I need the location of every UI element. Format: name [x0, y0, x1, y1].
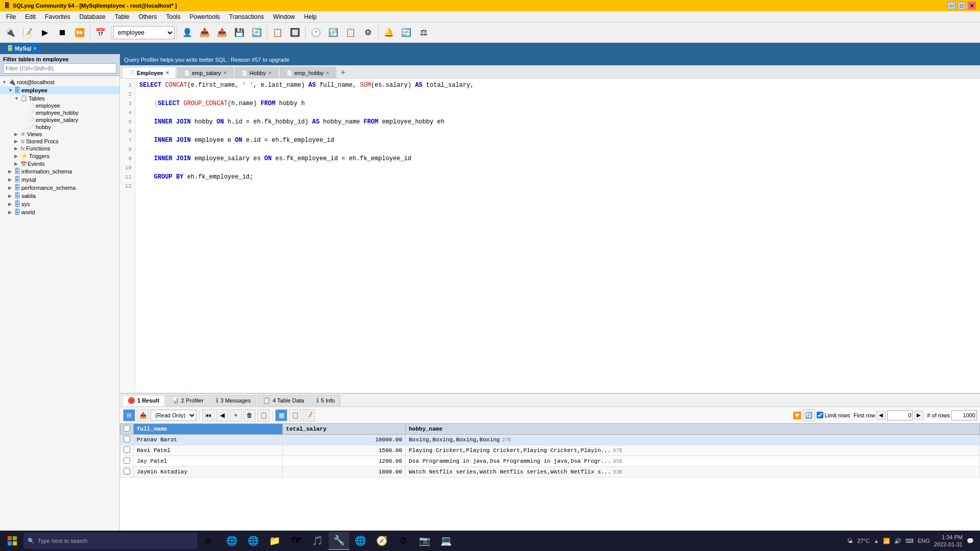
taskbar-settings[interactable]: ⚙: [393, 532, 413, 550]
execute-button[interactable]: ▶: [37, 24, 53, 41]
query-tab-hobby[interactable]: 📄 Hobby ✕: [235, 67, 279, 78]
import-button[interactable]: 📥: [197, 24, 213, 41]
history-button[interactable]: 🕐: [308, 24, 324, 41]
col-hobbyname[interactable]: hobby_name: [405, 424, 979, 435]
first-row-next[interactable]: ▶: [914, 411, 923, 420]
refresh-button[interactable]: 🔃: [325, 24, 341, 41]
new-connection-button[interactable]: 🔌: [2, 24, 18, 41]
form-btn[interactable]: 📋: [289, 409, 301, 421]
add-query-tab-button[interactable]: +: [337, 67, 349, 78]
maximize-button[interactable]: □: [958, 2, 966, 10]
refresh-result-btn[interactable]: 🔄: [803, 409, 815, 421]
schemacompare-button[interactable]: ⚖: [415, 24, 432, 41]
menu-help[interactable]: Help: [300, 12, 321, 21]
copy-database-button[interactable]: 📋: [342, 24, 359, 41]
text-btn[interactable]: 📝: [303, 409, 315, 421]
menu-edit[interactable]: Edit: [21, 12, 40, 21]
taskbar-nav[interactable]: 🧭: [372, 532, 392, 550]
row-checkbox-cell[interactable]: [120, 445, 134, 456]
taskbar-pc[interactable]: 💻: [436, 532, 456, 550]
tab-close-icon[interactable]: ✕: [165, 70, 169, 76]
execute-all-button[interactable]: ⏩: [71, 24, 88, 41]
tab-close-icon[interactable]: ✕: [268, 70, 272, 76]
result-tab-3[interactable]: ℹ 3 Messages: [210, 395, 256, 406]
first-row-input[interactable]: [887, 410, 913, 420]
menu-favorites[interactable]: Favorites: [41, 12, 74, 21]
row-checkbox-cell[interactable]: [120, 467, 134, 478]
limit-rows-checkbox[interactable]: Limit rows: [817, 412, 850, 418]
network-icon[interactable]: 📶: [883, 538, 890, 544]
tray-up-icon[interactable]: ▲: [874, 538, 879, 544]
row-checkbox[interactable]: [124, 457, 130, 464]
tree-node-perf-schema[interactable]: ▶ 🗄 performance_schema: [0, 184, 119, 192]
delete-row-btn[interactable]: 🗑: [243, 409, 256, 421]
mysql-tab[interactable]: 🗄 MySql ×: [2, 43, 42, 54]
tree-node-mysql-db[interactable]: ▶ 🗄 mysql: [0, 176, 119, 184]
powertools-button[interactable]: ⚙: [360, 24, 376, 41]
select-all-header[interactable]: [120, 424, 134, 435]
copy-row-btn[interactable]: 📋: [257, 409, 270, 421]
menu-database[interactable]: Database: [75, 12, 109, 21]
tree-node-root[interactable]: ▼ 🔌 root@localhost: [0, 78, 119, 86]
notification-button[interactable]: 🔔: [381, 24, 397, 41]
row-checkbox-cell[interactable]: [120, 456, 134, 467]
first-row-btn[interactable]: ⏮: [202, 409, 214, 421]
export-button[interactable]: 📤: [214, 24, 230, 41]
datasync-button[interactable]: 🔄: [398, 24, 414, 41]
export-csv-button[interactable]: 📤: [137, 409, 149, 421]
menu-transactions[interactable]: Transactions: [225, 12, 268, 21]
taskbar-photos[interactable]: 📷: [414, 532, 435, 550]
restore-button[interactable]: 🔄: [249, 24, 265, 41]
taskbar-explorer[interactable]: 📁: [264, 532, 285, 550]
grid-view-button[interactable]: ⊞: [123, 409, 135, 421]
tree-node-employee-table[interactable]: 📄 employee: [0, 102, 119, 109]
task-view-button[interactable]: ⊞: [198, 532, 218, 550]
mysql-tab-close[interactable]: ×: [33, 46, 36, 52]
result-table-container[interactable]: full_name total_salary hobby_name Pranav…: [120, 423, 980, 537]
menu-tools[interactable]: Tools: [162, 12, 184, 21]
tree-node-employee-db[interactable]: ▼ 🗄 employee: [0, 86, 119, 94]
result-tab-4[interactable]: 📋 4 Table Data: [257, 395, 310, 406]
sql-editor-content[interactable]: SELECT CONCAT(e.first_name, ' ', e.last_…: [135, 79, 980, 393]
new-query-button[interactable]: 📝: [19, 24, 36, 41]
tree-node-sys[interactable]: ▶ 🗄 sys: [0, 200, 119, 208]
tree-node-hobby-table[interactable]: 📄 hobby: [0, 123, 119, 131]
taskbar-music[interactable]: 🎵: [307, 532, 328, 550]
tree-node-triggers-folder[interactable]: ▶ ⚡ Triggers: [0, 152, 119, 160]
edit-mode-select[interactable]: (Read Only) Editable: [151, 410, 197, 421]
table-designer-button[interactable]: 📋: [270, 24, 286, 41]
result-tab-1[interactable]: 🔴 1 Result: [122, 395, 165, 406]
select-all-checkbox[interactable]: [124, 425, 130, 432]
taskbar-sqldev[interactable]: 🔧: [329, 532, 349, 550]
row-checkbox-cell[interactable]: [120, 435, 134, 445]
row-checkbox[interactable]: [124, 468, 130, 474]
tree-node-tables-folder[interactable]: ▼ 📋 Tables: [0, 94, 119, 102]
user-manager-button[interactable]: 👤: [179, 24, 195, 41]
tree-node-sakila[interactable]: ▶ 🗄 sakila: [0, 192, 119, 200]
grid-btn[interactable]: ▦: [275, 409, 287, 421]
keyboard-icon[interactable]: ⌨: [905, 538, 914, 544]
tree-node-stored-procs-folder[interactable]: ▶ ⚙ Stored Procs: [0, 138, 119, 145]
tree-node-info-schema[interactable]: ▶ 🗄 information_schema: [0, 167, 119, 176]
first-row-prev[interactable]: ◀: [876, 411, 886, 420]
stop-button[interactable]: ⏹: [54, 24, 70, 41]
start-button[interactable]: [2, 532, 22, 550]
taskbar-browser2[interactable]: 🌐: [350, 532, 371, 550]
row-checkbox[interactable]: [124, 436, 130, 442]
prev-row-btn[interactable]: ◀: [216, 409, 228, 421]
tab-close-icon[interactable]: ✕: [223, 70, 227, 76]
taskbar-clock[interactable]: 1:34 PM 2022-01-31: [934, 534, 963, 548]
tab-close-icon[interactable]: ✕: [326, 70, 330, 76]
menu-file[interactable]: File: [2, 12, 20, 21]
col-fullname[interactable]: full_name: [134, 424, 283, 435]
menu-powertools[interactable]: Powertools: [185, 12, 224, 21]
taskbar-maps[interactable]: 🗺: [286, 532, 306, 550]
result-tab-2[interactable]: 📊 2 Profiler: [166, 395, 209, 406]
add-connection-button[interactable]: +: [42, 43, 52, 54]
query-tab-emp-salary[interactable]: 📄 emp_salary ✕: [177, 67, 234, 78]
col-totalsalary[interactable]: total_salary: [283, 424, 406, 435]
sql-editor[interactable]: 1 2 3 4 5 6 7 8 9 10 11 12 SELECT CONCAT…: [120, 79, 980, 394]
backup-button[interactable]: 💾: [231, 24, 248, 41]
taskbar-edge[interactable]: 🌐: [243, 532, 263, 550]
num-rows-input[interactable]: [951, 410, 977, 420]
